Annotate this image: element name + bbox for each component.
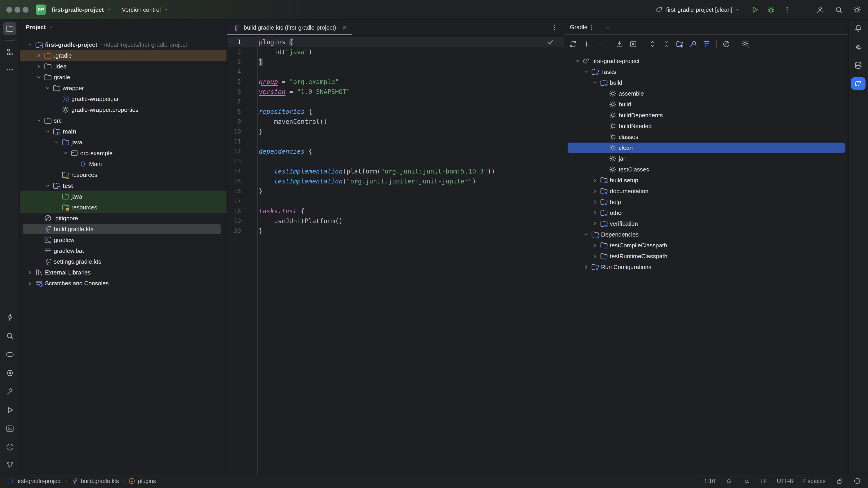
tree-item-build-setup[interactable]: build setup	[564, 175, 848, 186]
code-line-17[interactable]: 17	[227, 196, 564, 206]
ai-tool-button[interactable]	[852, 40, 865, 53]
remove-button[interactable]	[594, 38, 606, 50]
tree-item-gradlew-bat[interactable]: gradlew.bat	[20, 246, 226, 256]
settings-caret-button[interactable]	[740, 38, 752, 50]
breadcrumb-build-gradle-kts[interactable]: build.gradle.kts	[71, 477, 119, 485]
code-with-me-button[interactable]	[815, 5, 826, 15]
chevron-right-icon[interactable]	[582, 263, 591, 271]
tree-item-builddependents[interactable]: buildDependents	[564, 110, 848, 121]
editor-options-button[interactable]	[550, 23, 559, 32]
tree-item-gradle-wrapper-jar[interactable]: gradle-wrapper.jar	[20, 94, 226, 104]
tree-item-testcompileclasspath[interactable]: testCompileClasspath	[564, 240, 848, 251]
tree-item-main[interactable]: Main	[20, 159, 226, 169]
tree-item-gradle[interactable]: gradle	[20, 72, 226, 83]
code-line-6[interactable]: 6version = "1.0-SNAPSHOT"	[227, 87, 564, 97]
chevron-down-icon[interactable]	[582, 68, 591, 76]
inspections-ok-check-icon[interactable]	[546, 37, 555, 46]
code-line-3[interactable]: 3}	[227, 57, 564, 67]
code-line-12[interactable]: 12dependencies {	[227, 147, 564, 156]
chevron-right-icon[interactable]	[590, 187, 599, 195]
tree-item-run-configurations[interactable]: Run Configurations	[564, 262, 848, 272]
chevron-right-icon[interactable]	[590, 252, 599, 260]
chevron-down-icon[interactable]	[43, 128, 52, 135]
tree-item-resources[interactable]: resources	[20, 169, 226, 180]
debug-button[interactable]	[766, 5, 776, 14]
bell-tool-button[interactable]	[852, 22, 865, 35]
tree-item-resources[interactable]: resources	[20, 202, 226, 213]
vcs-menu[interactable]: Version control	[119, 3, 173, 17]
chevron-down-icon[interactable]	[52, 138, 61, 146]
tree-item-classes[interactable]: classes	[564, 131, 848, 142]
chevron-right-icon[interactable]	[590, 198, 599, 206]
hide-tool-window-button[interactable]	[604, 23, 612, 31]
gradle-panel-options-button[interactable]	[587, 23, 596, 31]
line-ending-widget[interactable]: LF	[761, 478, 767, 484]
editor-tab-build-gradle-kts[interactable]: build.gradle.kts (first-gradle-project)	[227, 20, 352, 35]
code-line-10[interactable]: 10}	[227, 127, 564, 136]
tree-item-main[interactable]: main	[20, 126, 226, 137]
code-editor[interactable]: 1plugins {2 id("java")3}45group = "org.e…	[227, 36, 564, 474]
chevron-down-icon[interactable]	[26, 41, 35, 48]
chevron-right-icon[interactable]	[34, 52, 43, 59]
chevron-down-icon[interactable]	[582, 231, 591, 238]
tree-item-build[interactable]: build	[564, 99, 848, 110]
chevron-right-icon[interactable]	[590, 241, 599, 249]
folder-grid-button[interactable]	[674, 38, 686, 50]
code-line-16[interactable]: 16}	[227, 186, 564, 196]
chevron-right-icon[interactable]	[590, 220, 599, 228]
chevron-right-icon[interactable]	[590, 209, 599, 217]
tree-item-other[interactable]: other	[564, 207, 848, 218]
tree-item-clean[interactable]: clean	[564, 142, 848, 153]
chevron-right-icon[interactable]	[26, 280, 35, 287]
tree-item-java[interactable]: java	[20, 137, 226, 148]
find-tool-button[interactable]	[3, 329, 17, 343]
tree-item-assemble[interactable]: assemble	[564, 88, 848, 99]
gradle-tool-button[interactable]	[851, 77, 866, 90]
tree-item-src[interactable]: src	[20, 115, 226, 126]
tree-item-settings-gradle-kts[interactable]: settings.gradle.kts	[20, 256, 226, 267]
database-tool-button[interactable]	[852, 59, 865, 72]
tree-item-dependencies[interactable]: Dependencies	[564, 229, 848, 240]
breadcrumb-plugins[interactable]: λplugins	[128, 477, 156, 485]
search-everywhere-button[interactable]	[834, 5, 844, 14]
project-switcher[interactable]: first-gradle-project	[49, 3, 116, 17]
tree-item-org-example[interactable]: org.example	[20, 148, 226, 159]
chevron-right-icon[interactable]	[26, 269, 35, 276]
tree-item-gradlew[interactable]: gradlew	[20, 234, 226, 246]
inspections-widget-icon[interactable]	[853, 477, 861, 485]
tree-item-documentation[interactable]: documentation	[564, 186, 848, 197]
run-play-gray-tool-button[interactable]	[3, 403, 17, 417]
run-task-button[interactable]	[627, 38, 639, 50]
window-close-button[interactable]	[6, 7, 12, 13]
tree-item--gitignore[interactable]: .gitignore	[20, 213, 226, 224]
build-hammer-tool-button[interactable]	[3, 385, 17, 398]
services-tool-button[interactable]	[3, 366, 17, 380]
ai-assistant-icon[interactable]	[743, 477, 750, 485]
code-line-15[interactable]: 15 testImplementation("org.junit.jupiter…	[227, 176, 564, 186]
code-line-19[interactable]: 19 useJUnitPlatform()	[227, 216, 564, 226]
offline-button[interactable]	[720, 38, 732, 50]
sync-button[interactable]	[567, 38, 579, 50]
settings-button[interactable]	[852, 5, 862, 15]
more-actions-button[interactable]	[782, 5, 792, 14]
tree-item-tasks[interactable]: Tasks	[564, 66, 848, 77]
tree-item-verification[interactable]: verification	[564, 218, 848, 229]
more-h-tool-button[interactable]	[3, 63, 16, 76]
tree-item-external-libraries[interactable]: External Libraries	[20, 267, 226, 278]
tree-item-first-gradle-project[interactable]: first-gradle-project~/IdeaProjects/first…	[20, 39, 226, 50]
chevron-down-icon[interactable]	[590, 79, 599, 87]
proofread-icon[interactable]	[725, 477, 733, 485]
project-tool-button[interactable]	[3, 22, 16, 35]
add-button[interactable]	[581, 38, 592, 50]
structure-tool-button[interactable]	[3, 46, 16, 59]
bolt-tool-button[interactable]	[3, 311, 17, 324]
tree-item-scratches-and-consoles[interactable]: Scratches and Consoles	[20, 278, 226, 289]
code-line-11[interactable]: 11	[227, 136, 564, 147]
tree-item-build-gradle-kts[interactable]: build.gradle.kts	[20, 224, 226, 234]
chevron-down-icon[interactable]	[43, 182, 52, 190]
code-line-5[interactable]: 5group = "org.example"	[227, 77, 564, 87]
code-line-14[interactable]: 14 testImplementation(platform("org.juni…	[227, 166, 564, 176]
collapse-all-button[interactable]	[660, 38, 672, 50]
code-line-8[interactable]: 8repositories {	[227, 107, 564, 117]
git-branch-tool-button[interactable]	[3, 459, 17, 472]
